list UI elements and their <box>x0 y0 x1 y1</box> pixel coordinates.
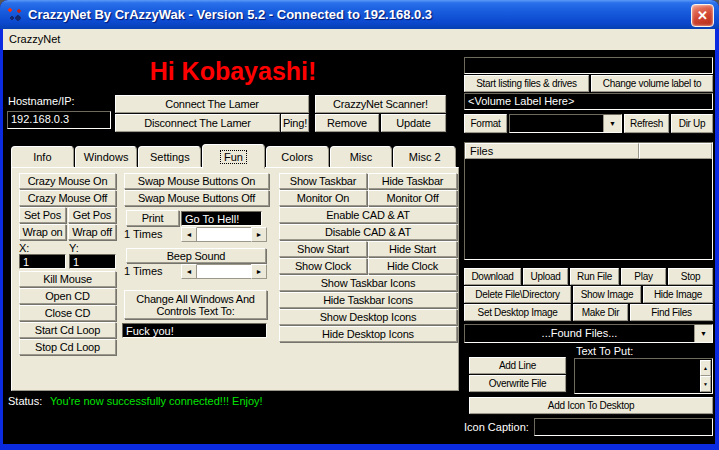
swap-mouse-off-button[interactable]: Swap Mouse Buttons Off <box>124 190 269 206</box>
chevron-down-icon[interactable]: ▼ <box>603 115 621 132</box>
close-button[interactable]: ✕ <box>691 4 714 27</box>
show-taskbar-icons-button[interactable]: Show Taskbar Icons <box>279 275 457 291</box>
find-files-button[interactable]: Find Files <box>630 304 713 321</box>
show-start-button[interactable]: Show Start <box>279 241 367 257</box>
format-button[interactable]: Format <box>464 114 507 133</box>
set-desktop-image-button[interactable]: Set Desktop Image <box>464 304 571 321</box>
scroll-right-icon[interactable]: ► <box>251 264 267 279</box>
run-file-button[interactable]: Run File <box>570 268 619 285</box>
print-times-scrollbar[interactable]: ◄ ► <box>181 227 267 242</box>
add-icon-to-desktop-button[interactable]: Add Icon To Desktop <box>469 397 713 414</box>
path-input[interactable] <box>464 57 713 74</box>
make-dir-button[interactable]: Make Dir <box>573 304 628 321</box>
disconnect-button[interactable]: Disconnect The Lamer <box>115 114 280 132</box>
show-clock-button[interactable]: Show Clock <box>279 258 367 274</box>
overwrite-file-button[interactable]: Overwrite File <box>469 375 566 392</box>
update-button[interactable]: Update <box>381 114 446 132</box>
refresh-button[interactable]: Refresh <box>624 114 669 133</box>
hide-start-button[interactable]: Hide Start <box>368 241 457 257</box>
swap-mouse-on-button[interactable]: Swap Mouse Buttons On <box>124 173 269 189</box>
hide-image-button[interactable]: Hide Image <box>643 286 713 303</box>
close-cd-button[interactable]: Close CD <box>19 305 116 321</box>
scroll-right-icon[interactable]: ► <box>251 227 267 242</box>
x-label: X: <box>19 242 29 254</box>
scrollbar-track[interactable] <box>197 264 251 279</box>
text-to-put-spinner[interactable]: ▲ ▼ <box>700 360 711 392</box>
menu-item-crazzynet[interactable]: CrazzyNet <box>3 29 66 50</box>
hide-taskbar-button[interactable]: Hide Taskbar <box>368 173 457 189</box>
change-text-button[interactable]: Change All Windows And Controls Text To: <box>124 290 267 319</box>
monitor-off-button[interactable]: Monitor Off <box>368 190 457 206</box>
spin-up-icon[interactable]: ▲ <box>700 360 711 376</box>
open-cd-button[interactable]: Open CD <box>19 288 116 304</box>
icon-caption-label: Icon Caption: <box>464 421 529 433</box>
title-bar[interactable]: CrazzyNet By CrAzzyWak - Version 5.2 - C… <box>0 0 719 29</box>
upload-button[interactable]: Upload <box>523 268 568 285</box>
add-line-button[interactable]: Add Line <box>469 357 566 374</box>
text-to-put-label: Text To Put: <box>576 345 633 357</box>
hide-desktop-icons-button[interactable]: Hide Desktop Icons <box>279 326 457 342</box>
stop-button[interactable]: Stop <box>668 268 713 285</box>
show-image-button[interactable]: Show Image <box>573 286 641 303</box>
show-taskbar-button[interactable]: Show Taskbar <box>279 173 367 189</box>
app-window: CrazzyNet By CrAzzyWak - Version 5.2 - C… <box>0 0 719 450</box>
tab-colors[interactable]: Colors <box>266 146 329 167</box>
text-to-put-input[interactable] <box>574 358 713 394</box>
wrap-off-button[interactable]: Wrap off <box>68 224 116 240</box>
ping-button[interactable]: Ping! <box>281 114 309 132</box>
get-pos-button[interactable]: Get Pos <box>68 207 116 223</box>
start-listing-button[interactable]: Start listing files & drives <box>464 75 589 92</box>
print-button[interactable]: Print <box>126 210 179 226</box>
scanner-button[interactable]: CrazzyNet Scanner! <box>315 95 446 113</box>
hide-taskbar-icons-button[interactable]: Hide Taskbar Icons <box>279 292 457 308</box>
icon-caption-input[interactable] <box>534 418 713 436</box>
tab-windows[interactable]: Windows <box>75 146 138 167</box>
format-dropdown[interactable]: ▼ <box>509 114 622 133</box>
connect-button[interactable]: Connect The Lamer <box>115 95 309 113</box>
scroll-left-icon[interactable]: ◄ <box>181 264 197 279</box>
beep-sound-button[interactable]: Beep Sound <box>126 248 266 263</box>
hostname-input[interactable]: 192.168.0.3 <box>7 111 111 129</box>
volume-label-input[interactable]: <Volume Label Here> <box>464 93 713 110</box>
scroll-left-icon[interactable]: ◄ <box>181 227 197 242</box>
download-button[interactable]: Download <box>464 268 521 285</box>
app-icon <box>7 7 23 23</box>
greeting-text: Hi Kobayashi! <box>3 57 463 86</box>
chevron-down-icon[interactable]: ▼ <box>694 325 712 342</box>
crazy-mouse-on-button[interactable]: Crazy Mouse On <box>19 173 116 189</box>
dir-up-button[interactable]: Dir Up <box>671 114 713 133</box>
files-column-header-2[interactable] <box>639 143 712 159</box>
start-cd-loop-button[interactable]: Start Cd Loop <box>19 322 116 338</box>
x-input[interactable]: 1 <box>19 254 66 269</box>
print-text-input[interactable]: Go To Hell! <box>181 211 262 226</box>
stop-cd-loop-button[interactable]: Stop Cd Loop <box>19 339 116 355</box>
y-input[interactable]: 1 <box>69 254 116 269</box>
tab-settings[interactable]: Settings <box>138 146 201 167</box>
files-column-header[interactable]: Files <box>465 143 639 159</box>
crazy-mouse-off-button[interactable]: Crazy Mouse Off <box>19 190 116 206</box>
scrollbar-track[interactable] <box>197 227 251 242</box>
tab-misc[interactable]: Misc <box>330 146 393 167</box>
change-text-input[interactable]: Fuck you! <box>122 323 267 338</box>
show-desktop-icons-button[interactable]: Show Desktop Icons <box>279 309 457 325</box>
kill-mouse-button[interactable]: Kill Mouse <box>19 271 116 287</box>
client-area: Hi Kobayashi! Hostname/IP: 192.168.0.3 C… <box>3 50 715 444</box>
remove-button[interactable]: Remove <box>315 114 379 132</box>
set-pos-button[interactable]: Set Pos <box>19 207 66 223</box>
disable-cad-button[interactable]: Disable CAD & AT <box>279 224 457 240</box>
tab-misc2[interactable]: Misc 2 <box>393 146 456 167</box>
play-button[interactable]: Play <box>621 268 666 285</box>
tab-info[interactable]: Info <box>11 146 74 167</box>
spin-down-icon[interactable]: ▼ <box>700 376 711 392</box>
delete-file-button[interactable]: Delete File\Directory <box>464 286 571 303</box>
found-files-dropdown[interactable]: ...Found Files... ▼ <box>464 324 713 343</box>
monitor-on-button[interactable]: Monitor On <box>279 190 367 206</box>
change-volume-button[interactable]: Change volume label to <box>591 75 713 92</box>
hide-clock-button[interactable]: Hide Clock <box>368 258 457 274</box>
wrap-on-button[interactable]: Wrap on <box>19 224 66 240</box>
files-list[interactable]: Files <box>464 142 713 260</box>
enable-cad-button[interactable]: Enable CAD & AT <box>279 207 457 223</box>
status-message: You're now successfully connected!!! Enj… <box>50 395 263 407</box>
beep-times-scrollbar[interactable]: ◄ ► <box>181 264 267 279</box>
tab-fun[interactable]: Fun <box>202 144 265 169</box>
